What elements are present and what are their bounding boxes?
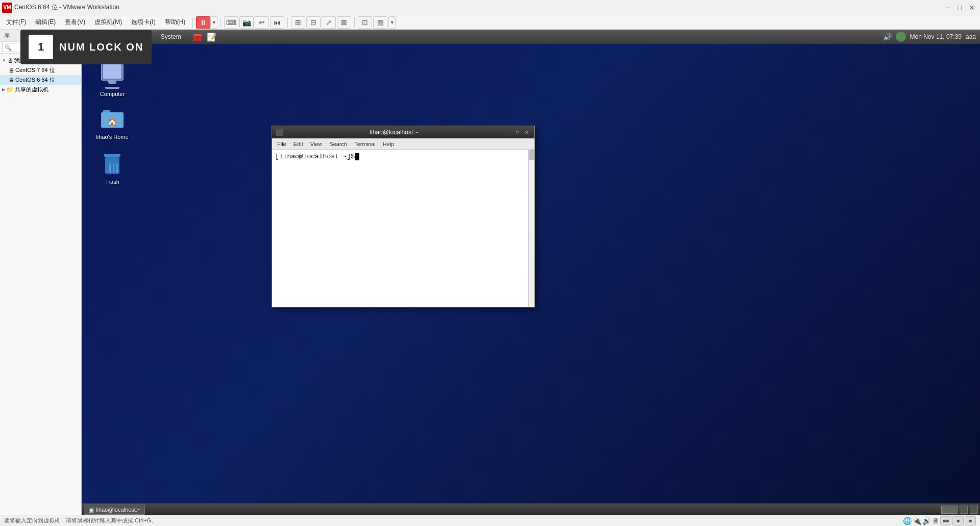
trash-body [105,157,119,174]
fit-window-button[interactable]: ⊟ [306,16,321,29]
sidebar-title: 库 [4,32,10,39]
trash-icon-image [100,152,125,177]
vmware-titlebar: VM CentOS 6 64 位 - VMware Workstation − … [0,0,980,15]
titlebar-maximize-button[interactable]: □ [954,3,965,13]
desktop-icon-trash[interactable]: Trash [92,150,133,187]
menu-help[interactable]: 帮助(H) [161,16,190,28]
menu-view[interactable]: 查看(V) [61,16,89,28]
folder-body: 🏠 [101,112,124,128]
taskbar-view-btn-3[interactable] [970,506,978,514]
guest-topbar-tool1[interactable]: 🧰 [192,32,203,42]
vmware-hint-bar: 要将输入定向到虚拟机，请将鼠标指针移入其中或按 Ctrl+G。 🌐 🔌 🔊 🖥 … [0,515,980,526]
trash-line-1 [109,163,111,173]
taskbar-terminal-icon: ▣ [88,506,94,513]
terminal-menu-help[interactable]: Help [380,140,398,148]
tree-node-label-shared: 共享的虚拟机 [15,86,48,93]
terminal-minimize-button[interactable]: _ [505,129,512,136]
menu-edit[interactable]: 编辑(E) [31,16,60,28]
taskbar-item-terminal[interactable]: ▣ lihao@localhost:~ [84,505,145,515]
tree-expand-icon-2: ▶ [2,87,5,92]
desktop-icon-computer[interactable]: Computer [92,60,133,99]
guest-topbar-right: 🔊 Mon Nov 11, 07:39 aaa [883,32,976,42]
terminal-app-icon [276,129,283,136]
terminal-content-area[interactable]: [lihao@localhost ~]$ [272,150,534,307]
terminal-window: lihao@localhost:~ _ □ ✕ File Edit View S… [272,126,535,307]
guest-username: aaa [966,33,976,40]
terminal-menu-view[interactable]: View [307,140,326,148]
send-ctrl-alt-del-button[interactable]: ⌨ [224,16,238,29]
terminal-prompt-text: [lihao@localhost ~]$ [275,153,355,160]
hint-text: 要将输入定向到虚拟机，请将鼠标指针移入其中或按 Ctrl+G。 [4,517,157,524]
hint-btn-3[interactable]: ■ [965,516,976,525]
display-button[interactable]: ▦ [373,16,387,29]
fit-guest-button[interactable]: ⊞ [291,16,305,29]
guest-topbar-tool2[interactable]: 📝 [207,32,217,42]
guest-desktop[interactable]: Applications Places System 🧰 📝 🔊 Mon Nov… [82,30,980,515]
guest-menu-system[interactable]: System [158,32,184,41]
trash-can-shape [103,154,121,175]
unity-button[interactable]: ⊠ [337,16,351,29]
guest-datetime: Mon Nov 11, 07:39 [910,33,962,40]
terminal-menu-search[interactable]: Search [326,140,350,148]
trash-line-2 [113,163,114,173]
manage-snapshots-button[interactable]: ⏮ [270,16,284,29]
tree-node-centos6[interactable]: 🖥 CentOS 6 64 位 [0,75,81,85]
display-dropdown-button[interactable]: ▼ [388,16,396,29]
tree-expand-icon: ▼ [2,58,6,63]
display-status-icon[interactable]: 🖥 [932,517,939,525]
titlebar-close-button[interactable]: ✕ [966,3,978,13]
guest-user-icon[interactable] [896,32,906,42]
terminal-close-button[interactable]: ✕ [523,129,530,136]
toolbar-sep-2 [220,17,221,28]
hint-right-area: 🌐 🔌 🔊 🖥 ■■ ■ ■ [903,516,976,525]
monitor-base [105,87,119,89]
pause-button[interactable]: ⏸ [196,16,210,29]
vmware-sidebar: 库 ▼ 🖥 我的计算机 🖥 CentOS 7 64 位 🖥 CentOS 6 6… [0,30,82,515]
audio-icon[interactable]: 🔊 [922,517,931,525]
terminal-menubar: File Edit View Search Terminal Help [272,138,534,150]
restore-snapshot-button[interactable]: ↩ [255,16,269,29]
tree-node-shared-vms[interactable]: ▶ 📁 共享的虚拟机 [0,85,81,94]
monitor-shape [101,62,124,81]
vmware-title: CentOS 6 64 位 - VMware Workstation [14,3,943,12]
terminal-menu-terminal[interactable]: Terminal [351,140,379,148]
terminal-cursor [355,153,359,160]
desktop-icon-home[interactable]: 🏠 lihao's Home [92,105,133,142]
menu-vm[interactable]: 虚拟机(M) [90,16,126,28]
vmware-app-icon: VM [2,3,12,13]
titlebar-minimize-button[interactable]: − [943,3,953,13]
menu-tabs[interactable]: 选项卡(I) [127,16,159,28]
computer-icon-image [101,62,124,89]
hint-btn-1[interactable]: ■■ [940,516,951,525]
snapshot-button[interactable]: 📷 [239,16,254,29]
vm-icon-active: 🖥 [8,77,14,84]
trash-icon-label: Trash [105,179,119,185]
toolbar-sep-4 [354,17,355,28]
network-icon[interactable]: 🌐 [903,517,912,525]
pause-dropdown-button[interactable]: ▼ [210,16,217,29]
numlock-message: NUM LOCK ON [59,41,143,53]
guest-volume-icon[interactable]: 🔊 [883,33,892,41]
usb-icon[interactable]: 🔌 [913,517,921,525]
taskbar-right-area [941,506,978,514]
terminal-menu-file[interactable]: File [274,140,289,148]
tree-node-label-centos7: CentOS 7 64 位 [15,66,55,74]
trash-lid [104,154,120,157]
terminal-maximize-button[interactable]: □ [514,129,521,136]
taskbar-view-btn-2[interactable] [960,506,968,514]
preferences-button[interactable]: ⊡ [358,16,372,29]
vmware-menubar: 文件(F) 编辑(E) 查看(V) 虚拟机(M) 选项卡(I) 帮助(H) ⏸ … [0,15,980,30]
terminal-menu-edit[interactable]: Edit [290,140,306,148]
terminal-scroll-thumb[interactable] [529,150,534,160]
toolbar-separator [192,17,193,28]
full-screen-button[interactable]: ⤢ [322,16,336,29]
menu-file[interactable]: 文件(F) [2,16,30,28]
taskbar-view-btn-1[interactable] [941,506,958,514]
terminal-scrollbar[interactable] [528,150,534,307]
home-icon-image: 🏠 [100,107,125,132]
terminal-titlebar: lihao@localhost:~ _ □ ✕ [272,126,534,138]
guest-taskbar: ▣ lihao@localhost:~ [82,504,980,515]
home-symbol: 🏠 [107,117,117,127]
hint-btn-2[interactable]: ■ [952,516,964,525]
tree-node-centos7[interactable]: 🖥 CentOS 7 64 位 [0,65,81,75]
